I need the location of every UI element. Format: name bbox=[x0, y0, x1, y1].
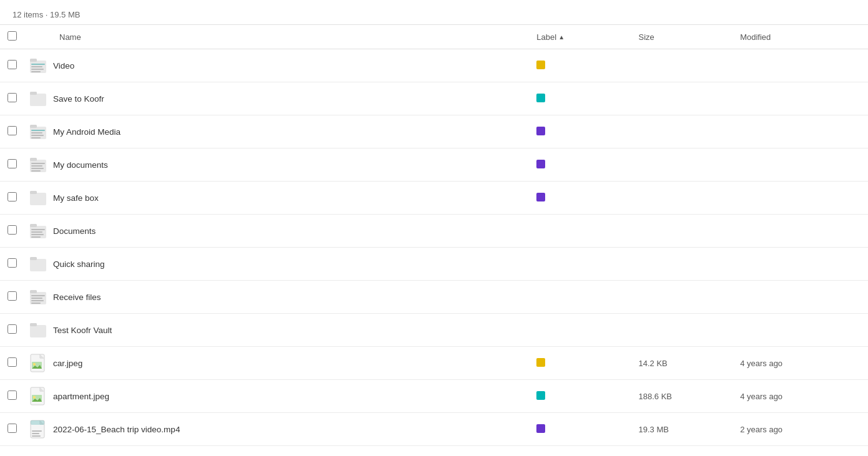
row-checkbox-cell[interactable] bbox=[0, 347, 24, 380]
svg-rect-65 bbox=[31, 420, 44, 425]
table-row[interactable]: apartment.jpeg188.6 KB4 years ago bbox=[0, 380, 868, 413]
row-checkbox-cell[interactable] bbox=[0, 281, 24, 314]
svg-rect-51 bbox=[30, 325, 46, 337]
row-size-cell bbox=[631, 82, 732, 115]
svg-rect-26 bbox=[31, 132, 42, 133]
col-header-label[interactable]: Label ▲ bbox=[529, 25, 631, 49]
table-row[interactable]: 2022-06-15_Beach trip video.mp419.3 MB2 … bbox=[0, 413, 868, 446]
select-all-checkbox[interactable] bbox=[7, 31, 17, 41]
row-modified-value: 4 years ago bbox=[740, 392, 782, 401]
row-checkbox[interactable] bbox=[7, 126, 17, 135]
label-color-dot bbox=[536, 94, 545, 102]
row-checkbox[interactable] bbox=[7, 258, 17, 268]
row-modified-cell: 4 years ago bbox=[732, 380, 868, 413]
row-size-value: 14.2 KB bbox=[638, 359, 667, 368]
row-name-cell[interactable]: My Android Media bbox=[24, 115, 529, 148]
row-checkbox-cell[interactable] bbox=[0, 413, 24, 446]
row-file-name: Test Koofr Vault bbox=[53, 326, 112, 335]
svg-rect-44 bbox=[30, 257, 37, 260]
row-name-cell[interactable]: car.jpeg bbox=[24, 347, 529, 380]
label-color-dot bbox=[536, 61, 545, 69]
table-row[interactable]: My Android Media bbox=[0, 115, 868, 148]
row-label-cell bbox=[529, 148, 631, 182]
label-color-dot bbox=[536, 160, 545, 168]
row-checkbox-cell[interactable] bbox=[0, 82, 24, 115]
svg-rect-52 bbox=[30, 323, 37, 326]
select-all-header[interactable] bbox=[0, 25, 24, 49]
row-checkbox[interactable] bbox=[7, 324, 17, 334]
svg-rect-19 bbox=[31, 69, 44, 70]
svg-rect-33 bbox=[31, 168, 44, 169]
row-checkbox-cell[interactable] bbox=[0, 148, 24, 182]
svg-rect-67 bbox=[32, 433, 39, 434]
svg-rect-40 bbox=[31, 231, 42, 233]
row-modified-cell bbox=[732, 248, 868, 281]
row-checkbox[interactable] bbox=[7, 192, 17, 201]
row-modified-cell bbox=[732, 82, 868, 115]
summary-text: 12 items · 19.5 MB bbox=[0, 0, 868, 24]
svg-rect-18 bbox=[31, 66, 42, 67]
svg-rect-38 bbox=[30, 224, 37, 227]
row-size-cell: 14.2 KB bbox=[631, 347, 732, 380]
table-row[interactable]: Receive files bbox=[0, 281, 868, 314]
table-header-row: Name Label ▲ Size Modified bbox=[0, 25, 868, 49]
row-label-cell bbox=[529, 215, 631, 248]
row-name-cell[interactable]: Test Koofr Vault bbox=[24, 314, 529, 347]
row-checkbox[interactable] bbox=[7, 159, 17, 168]
row-checkbox-cell[interactable] bbox=[0, 314, 24, 347]
row-name-cell[interactable]: My safe box bbox=[24, 182, 529, 215]
table-row[interactable]: Test Koofr Vault bbox=[0, 314, 868, 347]
row-checkbox[interactable] bbox=[7, 93, 17, 102]
row-name-cell[interactable]: Receive files bbox=[24, 281, 529, 314]
row-label-cell bbox=[529, 314, 631, 347]
row-label-cell bbox=[529, 413, 631, 446]
col-header-modified[interactable]: Modified bbox=[732, 25, 868, 49]
row-size-cell bbox=[631, 281, 732, 314]
table-row[interactable]: Video bbox=[0, 49, 868, 82]
row-name-cell[interactable]: My documents bbox=[24, 148, 529, 182]
sort-indicator: ▲ bbox=[558, 34, 565, 41]
row-label-cell bbox=[529, 380, 631, 413]
row-file-name: Documents bbox=[53, 226, 96, 236]
row-name-cell[interactable]: Save to Koofr bbox=[24, 82, 529, 115]
row-size-cell: 19.3 MB bbox=[631, 413, 732, 446]
label-color-dot bbox=[536, 424, 545, 433]
row-name-cell[interactable]: apartment.jpeg bbox=[24, 380, 529, 413]
row-checkbox[interactable] bbox=[7, 391, 17, 400]
row-label-cell bbox=[529, 248, 631, 281]
svg-rect-49 bbox=[31, 300, 44, 301]
table-row[interactable]: Documents bbox=[0, 215, 868, 248]
row-modified-cell bbox=[732, 115, 868, 148]
row-size-cell bbox=[631, 49, 732, 82]
row-checkbox-cell[interactable] bbox=[0, 182, 24, 215]
row-name-cell[interactable]: Quick sharing bbox=[24, 248, 529, 281]
svg-rect-39 bbox=[31, 229, 45, 230]
row-name-cell[interactable]: Documents bbox=[24, 215, 529, 248]
table-row[interactable]: Quick sharing bbox=[0, 248, 868, 281]
row-checkbox[interactable] bbox=[7, 357, 17, 367]
row-file-name: 2022-06-15_Beach trip video.mp4 bbox=[53, 425, 180, 434]
row-checkbox-cell[interactable] bbox=[0, 215, 24, 248]
row-size-cell bbox=[631, 248, 732, 281]
table-row[interactable]: car.jpeg14.2 KB4 years ago bbox=[0, 347, 868, 380]
row-checkbox-cell[interactable] bbox=[0, 248, 24, 281]
row-file-name: apartment.jpeg bbox=[53, 392, 109, 401]
table-row[interactable]: My documents bbox=[0, 148, 868, 182]
row-name-cell[interactable]: 2022-06-15_Beach trip video.mp4 bbox=[24, 413, 529, 446]
col-header-size[interactable]: Size bbox=[631, 25, 732, 49]
row-checkbox[interactable] bbox=[7, 424, 17, 433]
row-checkbox-cell[interactable] bbox=[0, 49, 24, 82]
row-name-cell[interactable]: Video bbox=[24, 49, 529, 82]
label-color-dot bbox=[536, 127, 545, 135]
row-modified-cell bbox=[732, 314, 868, 347]
row-checkbox[interactable] bbox=[7, 291, 17, 301]
row-size-cell bbox=[631, 215, 732, 248]
table-row[interactable]: My safe box bbox=[0, 182, 868, 215]
row-checkbox[interactable] bbox=[7, 60, 17, 69]
row-checkbox[interactable] bbox=[7, 225, 17, 235]
row-checkbox-cell[interactable] bbox=[0, 380, 24, 413]
svg-rect-32 bbox=[31, 165, 42, 167]
col-header-name[interactable]: Name bbox=[24, 25, 529, 49]
row-checkbox-cell[interactable] bbox=[0, 115, 24, 148]
table-row[interactable]: Save to Koofr bbox=[0, 82, 868, 115]
